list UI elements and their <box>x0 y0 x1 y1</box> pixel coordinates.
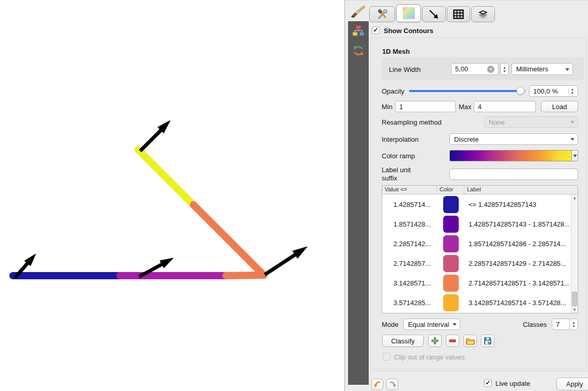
velocity-arrows <box>15 121 307 278</box>
color-swatch[interactable] <box>443 196 459 213</box>
redo-icon <box>388 381 397 388</box>
classification-table: Value <= Color Label 1.4285714...<= 1.42… <box>382 185 578 313</box>
opacity-slider-fill <box>409 90 520 92</box>
color-ramp-dropdown[interactable] <box>571 150 578 161</box>
mode-combo[interactable]: Equal Interval <box>403 319 460 330</box>
tab-contours[interactable] <box>396 4 421 22</box>
arrow-head-middle <box>160 258 173 268</box>
class-color-cell <box>437 196 464 213</box>
max-input[interactable]: 4 <box>474 101 536 112</box>
table-header: Value <= Color Label <box>382 186 578 194</box>
clip-out-of-range-checkbox <box>383 353 390 360</box>
table-row[interactable]: 2.7142857...2.28571428571429 - 2.714285.… <box>382 253 578 273</box>
load-style-button[interactable] <box>463 335 477 347</box>
class-label[interactable]: 1.42857142857143 - 1.8571428... <box>464 220 578 228</box>
interpolation-combo[interactable]: Discrete <box>449 133 578 145</box>
classes-input[interactable]: 7 <box>552 319 570 330</box>
redo-button[interactable] <box>386 379 398 390</box>
min-label: Min <box>382 103 393 111</box>
table-row[interactable]: 1.4285714...<= 1.42857142857143 <box>382 194 578 214</box>
class-label[interactable]: 2.71428571428571 - 3.1428571... <box>464 279 578 287</box>
chevron-down-icon <box>453 323 457 326</box>
table-scrollbar[interactable]: ▲ ▼ <box>571 194 578 313</box>
class-color-cell <box>437 306 464 313</box>
class-table-body: 1.4285714...<= 1.428571428571431.8571428… <box>382 194 578 313</box>
table-row-partial[interactable] <box>382 312 578 313</box>
color-swatch[interactable] <box>443 275 459 292</box>
color-ramp-button[interactable] <box>449 150 572 161</box>
clear-value-icon[interactable]: ✕ <box>487 66 494 73</box>
mesh-frame-icon <box>453 9 464 19</box>
tab-symbology[interactable] <box>369 6 395 22</box>
layer-styling-panel: ✓ Show Contours 1D Mesh Line Width 5,00 … <box>344 0 588 391</box>
max-label: Max <box>459 103 472 111</box>
class-label[interactable]: 3.14285714285714 - 3.571428... <box>464 299 578 307</box>
add-class-button[interactable] <box>428 335 442 347</box>
label-unit-suffix-input[interactable] <box>449 169 578 180</box>
mesh-layer-rendering <box>0 0 344 391</box>
load-button[interactable]: Load <box>541 101 578 112</box>
class-value[interactable]: 1.4285714... <box>382 201 437 208</box>
min-input[interactable]: 1 <box>395 101 456 112</box>
column-header-value[interactable]: Value <= <box>382 186 437 194</box>
save-style-icon <box>483 336 492 345</box>
color-ramp-label: Color ramp <box>382 152 415 160</box>
scroll-down-icon[interactable]: ▼ <box>571 306 578 313</box>
tab-vectors[interactable] <box>422 6 446 22</box>
remove-class-button[interactable] <box>446 335 459 347</box>
scrollbar-thumb[interactable] <box>572 292 577 306</box>
map-canvas[interactable] <box>0 0 344 391</box>
layers-averaging-icon <box>477 9 489 20</box>
class-value[interactable]: 2.7142857... <box>382 260 437 267</box>
paintbrush-icon <box>350 5 366 19</box>
color-swatch[interactable] <box>443 216 459 233</box>
table-row[interactable]: 2.2857142...1.85714285714286 - 2.285714.… <box>382 234 578 253</box>
bottom-separator <box>371 371 588 371</box>
contours-color-ramp-icon <box>403 7 415 19</box>
show-contours-checkbox[interactable]: ✓ <box>372 26 380 34</box>
opacity-value-input[interactable]: 100,0 % ▲▼ <box>529 85 578 97</box>
tab-mesh-frame[interactable] <box>447 6 470 22</box>
live-update-label: Live update <box>495 380 530 387</box>
class-value[interactable]: 3.1428571... <box>382 279 437 287</box>
line-width-input[interactable]: 5,00 ✕ <box>451 63 499 75</box>
column-header-label[interactable]: Label <box>464 186 578 194</box>
tab-averaging[interactable] <box>471 6 495 22</box>
classes-label: Classes <box>523 321 547 328</box>
classify-button[interactable]: Classify <box>382 335 424 347</box>
line-width-unit-combo[interactable]: Millimeters <box>511 63 573 75</box>
color-swatch[interactable] <box>443 255 459 272</box>
save-style-button[interactable] <box>481 335 494 347</box>
table-row[interactable]: 1.8571428...1.42857142857143 - 1.8571428… <box>382 214 578 234</box>
class-value[interactable]: 3.5714285... <box>382 299 437 307</box>
class-value[interactable]: 2.2857142... <box>382 240 437 248</box>
class-label[interactable]: 2.28571428571429 - 2.714285... <box>464 260 578 267</box>
opacity-stepper[interactable]: ▲▼ <box>568 87 574 95</box>
chevron-down-icon <box>573 155 577 157</box>
table-row[interactable]: 3.1428571...2.71428571428571 - 3.1428571… <box>382 273 578 293</box>
live-update-checkbox[interactable]: ✓ <box>484 379 492 387</box>
vector-arrow-icon <box>428 9 440 20</box>
label-unit-suffix-label: Label unit suffix <box>382 166 426 183</box>
table-row[interactable]: 3.5714285...3.14285714285714 - 3.571428.… <box>382 293 578 312</box>
clip-out-of-range-label: Clip out of range values <box>394 353 465 361</box>
scroll-up-icon[interactable]: ▲ <box>571 194 578 201</box>
layer-tree-icon[interactable] <box>352 24 365 38</box>
class-color-cell <box>437 235 464 252</box>
line-width-stepper[interactable]: ▲▼ <box>500 63 509 75</box>
column-header-color[interactable]: Color <box>437 186 464 194</box>
apply-button[interactable]: Apply <box>556 378 588 390</box>
load-style-icon <box>465 337 475 345</box>
opacity-slider-handle[interactable] <box>517 87 524 95</box>
refresh-arrows-icon[interactable] <box>352 44 365 58</box>
class-label[interactable]: <= 1.42857142857143 <box>464 201 578 208</box>
chevron-down-icon <box>565 68 569 71</box>
remove-class-icon <box>448 336 457 345</box>
arrow-shaft-top <box>140 129 162 151</box>
color-swatch[interactable] <box>443 235 459 252</box>
class-value[interactable]: 1.8571428... <box>382 220 437 228</box>
class-color-cell <box>437 275 464 292</box>
undo-button[interactable] <box>371 379 383 390</box>
classes-stepper[interactable]: ▲▼ <box>569 319 578 330</box>
class-label[interactable]: 1.85714285714286 - 2.285714... <box>464 240 578 248</box>
